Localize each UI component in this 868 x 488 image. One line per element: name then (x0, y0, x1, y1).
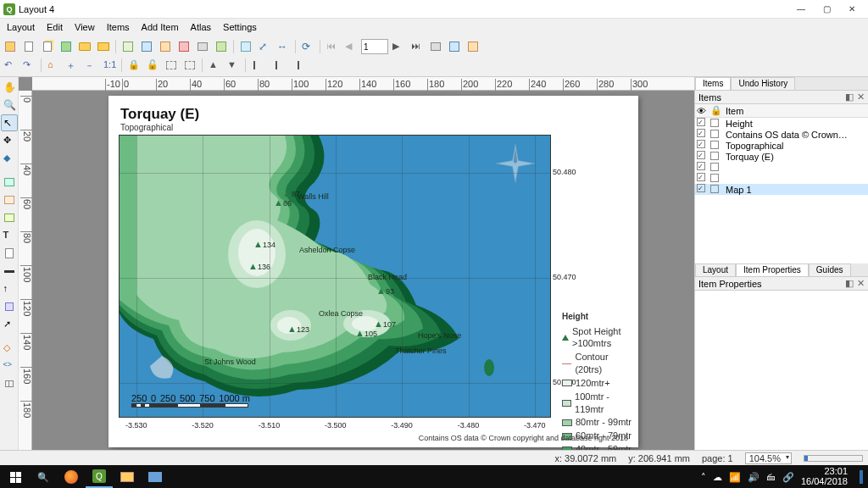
save-template-icon[interactable] (95, 38, 112, 55)
add-table-icon[interactable] (1, 375, 18, 392)
add-map-icon[interactable] (1, 174, 18, 191)
select-tool-icon[interactable]: ↖ (1, 114, 18, 131)
export-pdf-icon[interactable] (175, 38, 192, 55)
item-properties-body[interactable] (695, 291, 868, 450)
menu-edit[interactable]: Edit (42, 20, 68, 34)
layout-item-row[interactable]: Contains OS data © Crown… (695, 129, 868, 140)
add-shape-icon[interactable] (1, 298, 18, 315)
add-html-icon[interactable]: <> (1, 358, 18, 374)
pan-tool-icon[interactable]: ✋ (1, 79, 18, 96)
firefox-icon[interactable] (58, 466, 85, 488)
tray-volume-icon[interactable]: 🔊 (748, 472, 760, 483)
add-node-item-icon[interactable]: ◇ (1, 340, 18, 357)
taskbar-clock[interactable]: 23:01 16/04/2018 (801, 467, 848, 486)
page-setup-icon[interactable] (213, 38, 230, 55)
atlas-first-icon[interactable]: ⏮ (324, 38, 341, 55)
redo-icon[interactable]: ↷ (20, 57, 37, 74)
add-scalebar-icon[interactable] (1, 263, 18, 280)
atlas-export-icon[interactable] (446, 38, 463, 55)
action-center-icon[interactable] (860, 470, 863, 484)
minimize-button[interactable]: — (788, 1, 814, 18)
layout-item-row[interactable]: Torquay (E) (695, 151, 868, 162)
app-icon-misc[interactable] (142, 466, 169, 488)
layout-item-row[interactable] (695, 173, 868, 184)
explorer-icon[interactable] (114, 466, 141, 488)
map-frame[interactable]: 25002505007501000 m Walls HillAsheldon C… (119, 135, 551, 418)
unlock-icon[interactable]: 🔓 (144, 57, 161, 74)
qgis-taskbar-icon[interactable]: Q (86, 466, 113, 488)
add-arrow-icon[interactable]: ➚ (1, 316, 18, 333)
add-items-icon[interactable] (120, 38, 136, 55)
nav-actual-icon[interactable]: ⤢ (256, 38, 273, 55)
props-undock-icon[interactable]: ◧ (845, 278, 854, 289)
zoom-out-icon[interactable]: － (82, 57, 99, 74)
nav-full-icon[interactable] (237, 38, 254, 55)
menu-items[interactable]: Items (102, 20, 135, 34)
move-content-icon[interactable]: ✥ (1, 132, 18, 149)
add-3dmap-icon[interactable] (1, 191, 18, 208)
atlas-last-icon[interactable]: ⏭ (409, 38, 426, 55)
layout-canvas[interactable]: -100204060801001201401601802002202402602… (19, 77, 694, 450)
tray-language-icon[interactable]: 🖮 (766, 472, 776, 482)
layout-item-row[interactable]: Height (695, 118, 868, 130)
menu-layout[interactable]: Layout (2, 20, 40, 34)
tab-guides[interactable]: Guides (809, 263, 851, 276)
tab-layout[interactable]: Layout (695, 263, 736, 276)
layout-page[interactable]: Torquay (E) Topographical (108, 96, 638, 447)
atlas-settings-icon[interactable] (465, 38, 481, 55)
align-center-icon[interactable] (268, 57, 285, 74)
zoom-in-icon[interactable]: ＋ (64, 57, 81, 74)
zoom-tool-icon[interactable]: 🔍 (1, 97, 18, 114)
menu-view[interactable]: View (70, 20, 100, 34)
layout-item-row[interactable]: Map 1 (695, 184, 868, 195)
props-close-icon[interactable]: ✕ (857, 278, 865, 289)
panel-close-icon[interactable]: ✕ (857, 92, 865, 103)
nav-width-icon[interactable]: ↔ (275, 38, 292, 55)
search-icon[interactable]: 🔍 (30, 466, 57, 488)
edit-nodes-icon[interactable]: ◆ (1, 150, 18, 167)
zoom-slider[interactable] (804, 455, 863, 462)
system-tray[interactable]: ˄ ☁ 📶 🔊 🖮 🔗 23:01 16/04/2018 (701, 467, 866, 486)
raise-icon[interactable]: ▲ (206, 57, 223, 74)
menu-atlas[interactable]: Atlas (186, 20, 216, 34)
export-image-icon[interactable] (138, 38, 155, 55)
tab-items[interactable]: Items (695, 77, 731, 90)
layout-item-row[interactable]: Topographical (695, 140, 868, 151)
print-icon[interactable] (194, 38, 211, 55)
panel-undock-icon[interactable]: ◧ (845, 92, 854, 103)
open-template-icon[interactable] (76, 38, 93, 55)
items-list[interactable]: 👁🔒ItemHeightContains OS data © Crown…Top… (695, 104, 868, 263)
tray-link-icon[interactable]: 🔗 (782, 472, 794, 483)
atlas-next-icon[interactable]: ▶ (390, 38, 407, 55)
export-svg-icon[interactable] (157, 38, 174, 55)
add-label-icon[interactable]: T (1, 227, 18, 244)
tray-chevron-icon[interactable]: ˄ (701, 472, 706, 483)
new-layout-icon[interactable] (20, 38, 37, 55)
menu-settings[interactable]: Settings (218, 20, 262, 34)
start-button[interactable] (2, 466, 29, 488)
zoom-select[interactable]: 104.5% (745, 452, 792, 464)
lock-icon[interactable]: 🔒 (125, 57, 142, 74)
atlas-page-spinner[interactable]: 1 (361, 39, 388, 54)
add-northarrow-icon[interactable]: ↑ (1, 280, 18, 297)
align-right-icon[interactable] (287, 57, 303, 74)
tab-undo-history[interactable]: Undo History (731, 77, 795, 90)
tray-wifi-icon[interactable]: 📶 (729, 472, 741, 483)
duplicate-layout-icon[interactable] (39, 38, 56, 55)
refresh-icon[interactable]: ⟳ (299, 38, 316, 55)
menu-add-item[interactable]: Add Item (136, 20, 184, 34)
tab-item-properties[interactable]: Item Properties (736, 263, 809, 276)
group-icon[interactable] (163, 57, 180, 74)
tray-onedrive-icon[interactable]: ☁ (713, 472, 722, 483)
close-button[interactable]: ✕ (839, 1, 865, 18)
layout-item-row[interactable] (695, 162, 868, 173)
maximize-button[interactable]: ▢ (814, 1, 839, 18)
save-icon[interactable] (2, 38, 19, 55)
add-legend-icon[interactable] (1, 245, 18, 262)
atlas-prev-icon[interactable]: ◀ (342, 38, 359, 55)
ungroup-icon[interactable] (181, 57, 198, 74)
zoom-full-icon[interactable]: ⌂ (45, 57, 62, 74)
undo-icon[interactable]: ↶ (2, 57, 19, 74)
lower-icon[interactable]: ▼ (225, 57, 242, 74)
align-left-icon[interactable] (249, 57, 266, 74)
